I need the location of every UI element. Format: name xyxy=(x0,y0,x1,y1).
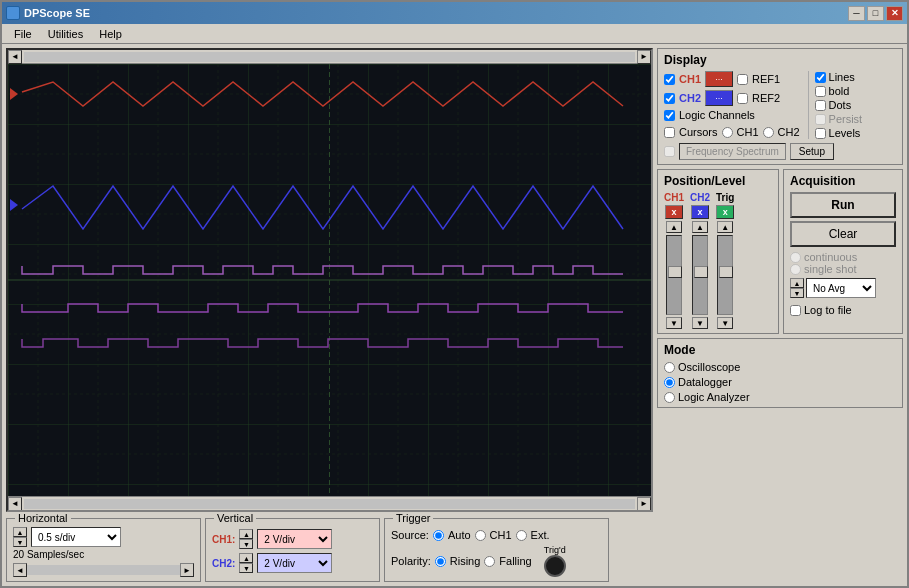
scope-grid xyxy=(8,64,651,496)
ch1-indicator xyxy=(10,88,18,100)
vert-ch1-down[interactable]: ▼ xyxy=(239,539,253,549)
ref2-checkbox[interactable] xyxy=(737,93,748,104)
pos-ch2-down[interactable]: ▼ xyxy=(692,317,708,329)
levels-label: Levels xyxy=(815,127,863,139)
scroll-left-arrow[interactable]: ◄ xyxy=(8,50,22,64)
vert-ch1-select[interactable]: 2 V/div xyxy=(257,529,332,549)
persist-checkbox[interactable] xyxy=(815,114,826,125)
main-window: DPScope SE ─ □ ✕ File Utilities Help ◄ ► xyxy=(0,0,909,588)
ch1-color-btn[interactable]: ··· xyxy=(705,71,733,87)
pos-trig-group: Trig x ▲ ▼ xyxy=(716,192,734,329)
log-to-file-checkbox[interactable] xyxy=(790,305,801,316)
ref2-label: REF2 xyxy=(752,92,780,104)
scroll-track-bottom[interactable] xyxy=(24,499,635,509)
maximize-button[interactable]: □ xyxy=(867,6,884,21)
pos-ch1-down[interactable]: ▼ xyxy=(666,317,682,329)
no-avg-down[interactable]: ▼ xyxy=(790,288,804,298)
vert-ch2-select[interactable]: 2 V/div xyxy=(257,553,332,573)
clear-button[interactable]: Clear xyxy=(790,221,896,247)
trig-ext-radio[interactable] xyxy=(516,530,527,541)
no-avg-up[interactable]: ▲ xyxy=(790,278,804,288)
ch2-color-btn[interactable]: ··· xyxy=(705,90,733,106)
vert-ch1-up[interactable]: ▲ xyxy=(239,529,253,539)
trig-ch1-label: CH1 xyxy=(490,529,512,541)
no-avg-select[interactable]: No Avg xyxy=(806,278,876,298)
pos-ch1-up[interactable]: ▲ xyxy=(666,221,682,233)
horiz-down[interactable]: ▼ xyxy=(13,537,27,547)
bold-checkbox[interactable] xyxy=(815,86,826,97)
freq-spectrum-button[interactable]: Frequency Spectrum xyxy=(679,143,786,160)
datalogger-radio[interactable] xyxy=(664,377,675,388)
pos-ch1-x-btn[interactable]: x xyxy=(665,205,683,219)
run-button[interactable]: Run xyxy=(790,192,896,218)
menu-help[interactable]: Help xyxy=(91,26,130,42)
ch1-checkbox[interactable] xyxy=(664,74,675,85)
minimize-button[interactable]: ─ xyxy=(848,6,865,21)
trig-auto-radio[interactable] xyxy=(433,530,444,541)
horiz-scroll-row: ◄ ► xyxy=(13,563,194,577)
no-avg-row: ▲ ▼ No Avg xyxy=(790,278,896,298)
vert-ch2-up[interactable]: ▲ xyxy=(239,553,253,563)
cursors-checkbox[interactable] xyxy=(664,127,675,138)
oscilloscope-radio[interactable] xyxy=(664,362,675,373)
dots-checkbox[interactable] xyxy=(815,100,826,111)
horiz-right[interactable]: ► xyxy=(180,563,194,577)
scroll-right-arrow[interactable]: ► xyxy=(637,50,651,64)
cursor-ch2-label: CH2 xyxy=(778,126,800,138)
bold-label: bold xyxy=(815,85,863,97)
menu-file[interactable]: File xyxy=(6,26,40,42)
oscilloscope-label: Oscilloscope xyxy=(664,361,896,373)
horiz-scroll-track[interactable] xyxy=(27,565,180,575)
horiz-spinner: ▲ ▼ xyxy=(13,527,27,547)
ch2-checkbox[interactable] xyxy=(664,93,675,104)
pos-acq-row: Position/Level CH1 x ▲ ▼ xyxy=(657,169,903,334)
logic-analyzer-radio[interactable] xyxy=(664,392,675,403)
logic-channels-checkbox[interactable] xyxy=(664,110,675,121)
pos-trig-x-btn[interactable]: x xyxy=(716,205,734,219)
trigger-source-row: Source: Auto CH1 Ext. xyxy=(391,529,602,541)
vert-ch2-down[interactable]: ▼ xyxy=(239,563,253,573)
single-shot-radio[interactable] xyxy=(790,264,801,275)
close-button[interactable]: ✕ xyxy=(886,6,903,21)
continuous-radio[interactable] xyxy=(790,252,801,263)
cursor-ch2-radio[interactable] xyxy=(763,127,774,138)
cursor-ch1-radio[interactable] xyxy=(722,127,733,138)
trig-rising-radio[interactable] xyxy=(435,556,446,567)
cursors-row: Cursors CH1 CH2 xyxy=(664,126,800,138)
horiz-left[interactable]: ◄ xyxy=(13,563,27,577)
trig-auto-label: Auto xyxy=(448,529,471,541)
levels-checkbox[interactable] xyxy=(815,128,826,139)
pos-ch2-x-btn[interactable]: x xyxy=(691,205,709,219)
display-left: CH1 ··· REF1 CH2 ··· xyxy=(664,71,800,139)
pos-trig-up[interactable]: ▲ xyxy=(717,221,733,233)
scroll-bottom-left[interactable]: ◄ xyxy=(8,497,22,511)
ref1-checkbox[interactable] xyxy=(737,74,748,85)
pos-trig-thumb xyxy=(719,266,733,278)
trig-ext-label: Ext. xyxy=(531,529,550,541)
trig-ch1-radio[interactable] xyxy=(475,530,486,541)
pos-trig-down[interactable]: ▼ xyxy=(717,317,733,329)
pos-trig-slider[interactable] xyxy=(717,235,733,315)
pos-ch1-slider[interactable] xyxy=(666,235,682,315)
horiz-up[interactable]: ▲ xyxy=(13,527,27,537)
ch1-label: CH1 xyxy=(679,73,701,85)
window-title: DPScope SE xyxy=(24,7,90,19)
scroll-track-top[interactable] xyxy=(24,52,635,62)
pos-ch2-slider[interactable] xyxy=(692,235,708,315)
vert-ch1-label: CH1: xyxy=(212,534,235,545)
trig-falling-radio[interactable] xyxy=(484,556,495,567)
horiz-value-select[interactable]: 0.5 s/div xyxy=(31,527,121,547)
mode-title: Mode xyxy=(664,343,896,357)
freq-spectrum-checkbox[interactable] xyxy=(664,146,675,157)
horizontal-section: Horizontal ▲ ▼ 0.5 s/div 20 Samples/sec … xyxy=(6,518,201,582)
vert-ch2-spinner: ▲ ▼ xyxy=(239,553,253,573)
menu-utilities[interactable]: Utilities xyxy=(40,26,91,42)
display-section: Display CH1 ··· REF1 xyxy=(657,48,903,165)
scope-scroll-top: ◄ ► xyxy=(8,50,651,64)
pos-ch2-up[interactable]: ▲ xyxy=(692,221,708,233)
trigger-title: Trigger xyxy=(393,512,433,524)
lines-checkbox[interactable] xyxy=(815,72,826,83)
title-controls: ─ □ ✕ xyxy=(848,6,903,21)
setup-button[interactable]: Setup xyxy=(790,143,834,160)
scroll-bottom-right[interactable]: ► xyxy=(637,497,651,511)
